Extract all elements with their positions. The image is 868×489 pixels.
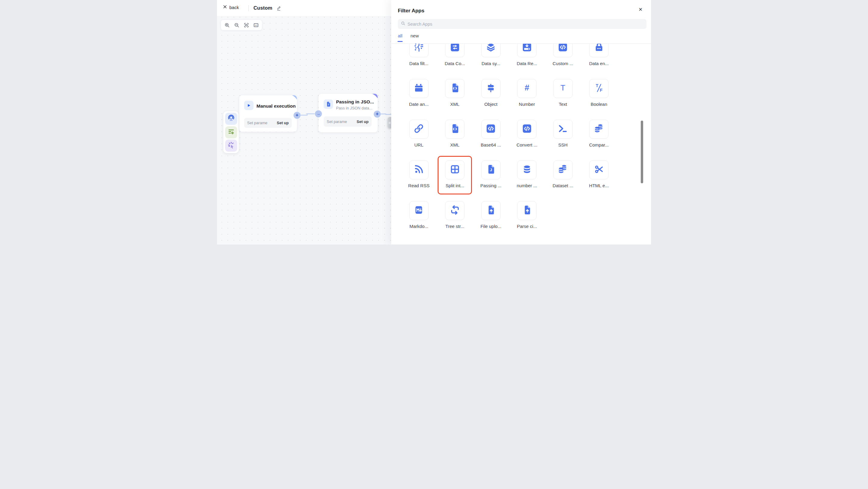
app-item[interactable]: Markdo... bbox=[401, 201, 437, 242]
setup-button[interactable]: Set up bbox=[277, 121, 289, 125]
tab-new[interactable]: new bbox=[410, 33, 419, 42]
app-item[interactable]: Base64 ... bbox=[473, 120, 509, 160]
app-label: Date an... bbox=[409, 101, 429, 107]
setup-button[interactable]: Set up bbox=[356, 119, 369, 124]
back-button[interactable]: back bbox=[223, 4, 239, 10]
svg-text:J: J bbox=[328, 103, 329, 106]
app-item[interactable]: Read RSS bbox=[401, 160, 437, 201]
app-item[interactable]: #Number bbox=[509, 79, 545, 120]
app-card bbox=[481, 79, 501, 98]
app-item[interactable]: Object bbox=[473, 79, 509, 120]
app-item[interactable]: Custom ... bbox=[545, 44, 581, 79]
actual-size-icon[interactable]: 1:1 bbox=[252, 21, 260, 29]
app-item[interactable]: Convert ... bbox=[509, 120, 545, 160]
plus-icon: + bbox=[296, 113, 299, 118]
app-item[interactable]: URL bbox=[401, 120, 437, 160]
edit-title-button[interactable] bbox=[276, 5, 281, 11]
close-panel-button[interactable]: ✕ bbox=[639, 7, 643, 12]
app-item[interactable]: TText bbox=[545, 79, 581, 120]
action-node-button[interactable] bbox=[225, 140, 237, 152]
filter-apps-panel: Filter Apps ✕ all new Data filt...Data C… bbox=[391, 0, 651, 245]
app-card: T bbox=[553, 79, 572, 98]
app-label: Object bbox=[484, 101, 497, 107]
app-item[interactable]: Data sy... bbox=[473, 44, 509, 79]
add-node-port[interactable]: + bbox=[293, 112, 301, 119]
app-item[interactable]: Compar... bbox=[581, 120, 617, 160]
calendar-icon bbox=[413, 83, 424, 94]
fit-view-icon[interactable] bbox=[242, 21, 250, 29]
app-item[interactable]: XML bbox=[437, 79, 473, 120]
hash-icon: # bbox=[522, 83, 532, 94]
app-card bbox=[589, 44, 609, 57]
trigger-node-button[interactable] bbox=[225, 113, 237, 125]
data-filter-icon bbox=[413, 44, 424, 54]
app-item[interactable]: JPassing ... bbox=[473, 160, 509, 201]
workflow-canvas[interactable]: 1:1 bbox=[217, 16, 391, 245]
node-subtitle: Pass in JSON data... bbox=[336, 106, 373, 110]
node-passing-json[interactable]: J Passing in JSO... Pass in JSON data...… bbox=[318, 94, 378, 132]
xml-file-icon bbox=[450, 83, 460, 94]
search-icon bbox=[401, 21, 405, 27]
app-label: Custom ... bbox=[553, 61, 573, 66]
scrollbar-thumb[interactable] bbox=[641, 121, 643, 183]
add-node-port[interactable]: + bbox=[374, 111, 381, 118]
letter-t-icon: T bbox=[558, 83, 568, 94]
svg-text:F: F bbox=[600, 88, 602, 93]
app-label: Split int... bbox=[445, 183, 464, 188]
link-icon bbox=[413, 123, 424, 135]
app-label: Data en... bbox=[589, 61, 609, 66]
app-item[interactable]: TFBoolean bbox=[581, 79, 617, 120]
app-item[interactable]: Data Co... bbox=[437, 44, 473, 79]
app-item[interactable]: number ... bbox=[509, 160, 545, 201]
svg-text:J: J bbox=[490, 167, 492, 172]
apps-scroll-area[interactable]: Data filt...Data Co...Data sy...Data Re.… bbox=[401, 44, 621, 245]
back-label: back bbox=[229, 5, 239, 10]
zoom-out-icon[interactable] bbox=[233, 21, 241, 29]
json-file-icon: J bbox=[486, 164, 496, 176]
app-card bbox=[409, 201, 429, 220]
param-label: Set parame bbox=[327, 119, 347, 124]
app-item[interactable]: Dataset ... bbox=[545, 160, 581, 201]
swap-arrows-icon bbox=[450, 44, 460, 54]
play-icon bbox=[244, 101, 253, 110]
svg-text:T: T bbox=[596, 83, 598, 88]
search-input[interactable] bbox=[407, 22, 644, 27]
app-label: Tree str... bbox=[445, 224, 464, 229]
database-icon bbox=[522, 164, 532, 176]
lock-icon bbox=[594, 44, 604, 54]
app-item[interactable]: Date an... bbox=[401, 79, 437, 120]
app-card bbox=[589, 160, 609, 179]
app-card bbox=[445, 201, 464, 220]
app-card bbox=[409, 160, 429, 179]
app-item[interactable]: File uplo... bbox=[473, 201, 509, 242]
app-card bbox=[445, 44, 464, 57]
app-item[interactable]: HTML e... bbox=[581, 160, 617, 201]
node-manual-execution[interactable]: Manual execution Set parame Set up bbox=[239, 95, 297, 132]
code-tile-icon bbox=[522, 123, 532, 135]
collapsed-node-handle[interactable] bbox=[388, 117, 391, 128]
input-port[interactable]: → bbox=[315, 110, 322, 117]
app-item[interactable]: Data Re... bbox=[509, 44, 545, 79]
tab-all[interactable]: all bbox=[398, 33, 402, 42]
app-item[interactable]: Tree str... bbox=[437, 201, 473, 242]
loop-icon bbox=[450, 205, 460, 216]
signpost-icon bbox=[486, 83, 496, 94]
app-item[interactable]: Data filt... bbox=[401, 44, 437, 79]
node-param-bar: Set parame Set up bbox=[324, 116, 372, 127]
app-label: Dataset ... bbox=[553, 183, 573, 188]
app-item[interactable]: SSH bbox=[545, 120, 581, 160]
app-card: # bbox=[517, 79, 536, 98]
app-item[interactable]: XML bbox=[437, 120, 473, 160]
node-type-toolbar bbox=[223, 111, 239, 153]
app-label: File uplo... bbox=[480, 224, 501, 229]
app-item[interactable]: Data en... bbox=[581, 44, 617, 79]
scissors-icon bbox=[594, 164, 604, 176]
zoom-in-icon[interactable] bbox=[223, 21, 231, 29]
parameters-node-button[interactable] bbox=[225, 126, 237, 139]
svg-text:T: T bbox=[561, 83, 565, 92]
app-card: J bbox=[481, 160, 501, 179]
app-card bbox=[481, 44, 501, 57]
rss-icon bbox=[413, 164, 424, 176]
app-item[interactable]: Parse ci... bbox=[509, 201, 545, 242]
app-item[interactable]: Split int... bbox=[437, 160, 473, 201]
